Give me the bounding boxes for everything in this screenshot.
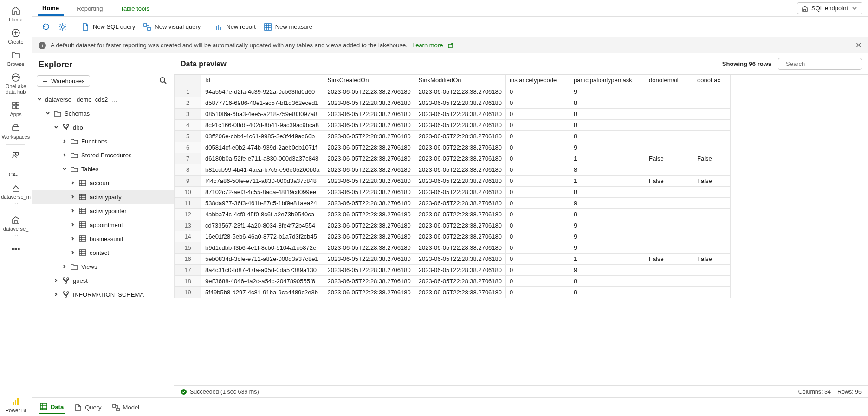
rail-create[interactable]: Create xyxy=(0,25,32,47)
table-icon xyxy=(78,193,87,201)
table-row[interactable]: 8 b81ccb99-4b41-4aea-b7c5-e96e05200b0a 2… xyxy=(175,164,731,175)
tree-database[interactable]: dataverse_ demo_cds2_… xyxy=(32,92,174,106)
warehouses-button[interactable]: Warehouses xyxy=(37,75,90,87)
tree-infoschema[interactable]: INFORMATION_SCHEMA xyxy=(32,287,174,301)
table-row[interactable]: 10 87102c72-aef3-4c55-8ada-48f19cd099ee … xyxy=(175,186,731,197)
folder-icon xyxy=(70,151,78,159)
col-header-SinkCreatedOn[interactable]: SinkCreatedOn xyxy=(324,75,415,86)
rail-browse[interactable]: Browse xyxy=(0,47,32,70)
table-row[interactable]: 11 538da977-36f3-461b-87c5-1bf9e81aea24 … xyxy=(175,197,731,208)
banner-close-button[interactable]: ✕ xyxy=(855,41,862,50)
data-grid[interactable]: IdSinkCreatedOnSinkModifiedOninstancetyp… xyxy=(174,74,868,385)
table-row[interactable]: 2 d5877716-6986-40e1-ac57-bf1d362eced1 2… xyxy=(175,97,731,108)
rail-dataverse[interactable]: dataverse_… xyxy=(0,212,32,240)
tree-table-account[interactable]: account xyxy=(32,176,174,190)
sql-endpoint-dropdown[interactable]: SQL endpoint xyxy=(797,2,862,14)
col-header-instancetypecode[interactable]: instancetypecode xyxy=(506,75,570,86)
table-row[interactable]: 4 8c91c166-08db-402d-8b41-9ac39ac9bca8 2… xyxy=(175,119,731,130)
table-row[interactable]: 13 cd733567-23f1-4a20-8034-8fe4f72b4554 … xyxy=(175,220,731,231)
col-header-donotfax[interactable]: donotfax xyxy=(693,75,731,86)
cell-participationtypemask: 8 xyxy=(570,186,645,197)
tree-schemas[interactable]: Schemas xyxy=(32,106,174,120)
table-icon xyxy=(78,234,87,243)
cell-donotemail xyxy=(645,197,693,208)
btab-model[interactable]: Model xyxy=(111,401,140,414)
table-row[interactable]: 18 9eff3688-4046-4a2d-a54c-2047890555f6 … xyxy=(175,275,731,286)
tree-guest[interactable]: guest xyxy=(32,273,174,287)
cell-id: 87102c72-aef3-4c55-8ada-48f19cd099ee xyxy=(201,186,324,197)
tree-table-activitypointer[interactable]: activitypointer xyxy=(32,204,174,218)
table-row[interactable]: 19 5f49b5b8-d297-4c81-91ba-9ca4489c2e3b … xyxy=(175,286,731,298)
table-row[interactable]: 12 4abba74c-4cf0-45f0-8c6f-a2e73b9540ca … xyxy=(175,208,731,220)
table-row[interactable]: 15 b9d1cdbb-f3b6-4e1f-8cb0-5104a1c5872e … xyxy=(175,242,731,253)
cell-donotfax xyxy=(693,208,731,220)
cell-instancetypecode: 0 xyxy=(506,242,570,253)
btab-query[interactable]: Query xyxy=(73,401,102,414)
cell-donotfax xyxy=(693,97,731,108)
table-row[interactable]: 7 d6180b0a-52fe-e711-a830-000d3a37c848 2… xyxy=(175,153,731,164)
table-row[interactable]: 6 d05814cf-e0b2-474b-939d-2aeb0eb1071f 2… xyxy=(175,142,731,153)
table-row[interactable]: 5 03ff206e-cbb4-4c61-9985-3e3f449ad66b 2… xyxy=(175,130,731,142)
col-header-Id[interactable]: Id xyxy=(201,75,324,86)
tab-home[interactable]: Home xyxy=(38,1,64,16)
tab-reporting[interactable]: Reporting xyxy=(72,1,107,15)
new-report-button[interactable]: New report xyxy=(210,20,259,33)
tree-tables[interactable]: Tables xyxy=(32,162,174,176)
col-header-donotemail[interactable]: donotemail xyxy=(645,75,693,86)
new-sql-query-button[interactable]: New SQL query xyxy=(77,20,139,33)
sql-icon xyxy=(81,22,90,32)
tree-stored[interactable]: Stored Procedures xyxy=(32,148,174,162)
rail-powerbi[interactable]: Power BI xyxy=(6,397,26,413)
cell-id: d05814cf-e0b2-474b-939d-2aeb0eb1071f xyxy=(201,142,324,153)
rail-dataverse-m[interactable]: dataverse_m… xyxy=(0,180,32,208)
svg-rect-36 xyxy=(40,403,47,410)
cell-sinkcreatedon: 2023-06-05T22:28:38.2706180 xyxy=(324,220,415,231)
refresh-button[interactable] xyxy=(38,20,54,33)
new-measure-button[interactable]: New measure xyxy=(259,20,316,33)
rail-workspaces[interactable]: Workspaces xyxy=(0,120,32,143)
cell-sinkcreatedon: 2023-06-05T22:28:38.2706180 xyxy=(324,97,415,108)
explorer-panel: Explorer Warehouses dataverse_ demo_cds2… xyxy=(32,53,174,397)
row-number: 16 xyxy=(175,253,201,264)
tree-table-activityparty[interactable]: activityparty xyxy=(32,190,174,204)
rail-onelake[interactable]: OneLake data hub xyxy=(0,70,32,98)
new-visual-query-button[interactable]: New visual query xyxy=(139,20,204,33)
col-header-participationtypemask[interactable]: participationtypemask xyxy=(570,75,645,86)
workspace-people-icon xyxy=(11,150,21,160)
tab-tabletools[interactable]: Table tools xyxy=(116,1,154,15)
col-header-SinkModifiedOn[interactable]: SinkModifiedOn xyxy=(415,75,505,86)
preview-search-input[interactable] xyxy=(785,60,865,68)
rail-home[interactable]: Home xyxy=(0,3,32,25)
info-banner: i A default dataset for faster reporting… xyxy=(32,37,868,53)
table-row[interactable]: 16 5eb0834d-3cfe-e711-a82e-000d3a37c8e1 … xyxy=(175,253,731,264)
rail-apps[interactable]: Apps xyxy=(0,98,32,120)
preview-search[interactable] xyxy=(778,58,862,70)
btab-data[interactable]: Data xyxy=(39,400,65,414)
tree-dbo[interactable]: dbo xyxy=(32,120,174,134)
tree-functions[interactable]: Functions xyxy=(32,134,174,148)
svg-rect-24 xyxy=(79,208,86,214)
tree-table-businessunit[interactable]: businessunit xyxy=(32,232,174,246)
settings-button[interactable] xyxy=(54,20,71,33)
table-row[interactable]: 17 8a4c31c0-fd87-47fa-a05d-0da57389a130 … xyxy=(175,264,731,275)
tree-stored-label: Stored Procedures xyxy=(81,152,131,159)
explorer-search-button[interactable] xyxy=(157,74,169,88)
learn-more-link[interactable]: Learn more xyxy=(412,42,443,49)
rail-more[interactable]: ••• xyxy=(12,240,20,259)
table-row[interactable]: 3 08510f6a-6ba3-4ee5-a218-759e8f3097a8 2… xyxy=(175,108,731,119)
table-row[interactable]: 14 16e01f28-5eb6-46a0-8772-b1a7d3f2cb45 … xyxy=(175,231,731,242)
cell-donotfax xyxy=(693,264,731,275)
rail-ca[interactable]: CA-… xyxy=(0,169,32,180)
tree-views[interactable]: Views xyxy=(32,260,174,273)
cell-donotfax xyxy=(693,86,731,97)
cell-participationtypemask: 9 xyxy=(570,264,645,275)
svg-rect-37 xyxy=(113,404,116,407)
tree-table-appointment[interactable]: appointment xyxy=(32,218,174,232)
table-row[interactable]: 1 94a5547e-d2fa-4c39-922a-0cb63ffd0d60 2… xyxy=(175,86,731,97)
rail-ws-icon[interactable] xyxy=(0,147,32,169)
cell-instancetypecode: 0 xyxy=(506,186,570,197)
info-icon: i xyxy=(39,42,46,49)
table-icon xyxy=(78,207,87,215)
table-row[interactable]: 9 f44c7a86-50fe-e711-a830-000d3a37c848 2… xyxy=(175,175,731,186)
tree-table-contact[interactable]: contact xyxy=(32,246,174,260)
